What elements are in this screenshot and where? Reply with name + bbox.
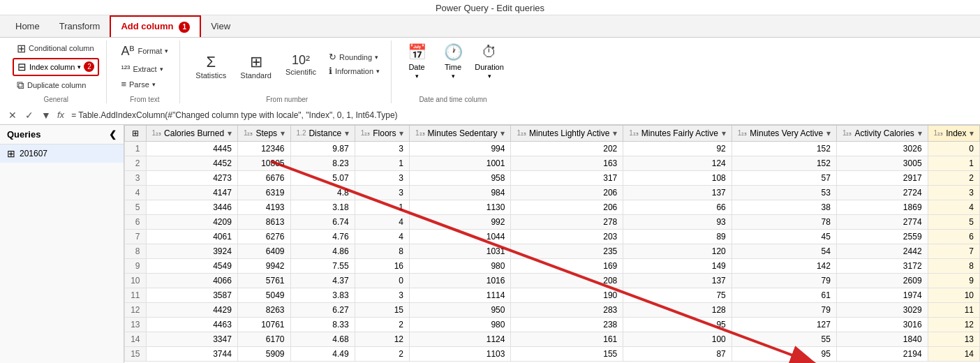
information-icon: ℹ: [329, 66, 332, 76]
sidebar-item-201607[interactable]: ⊞ 201607: [0, 145, 124, 163]
scientific-button[interactable]: 10² Scientific: [280, 50, 322, 79]
formula-expand-button[interactable]: ▼: [39, 108, 53, 122]
col-header-steps[interactable]: 1₂₃ Steps ▾: [237, 125, 290, 141]
cell-lightly: 206: [511, 200, 623, 214]
cell-index: 2: [928, 170, 979, 185]
filter-calories-icon[interactable]: ▾: [228, 128, 232, 138]
filter-lightly-icon[interactable]: ▾: [613, 128, 617, 138]
cell-calories: 4549: [146, 258, 237, 273]
col-header-floors[interactable]: 1₂₃ Floors ▾: [355, 125, 409, 141]
title-bar: Power Query - Edit queries: [0, 0, 980, 15]
tab-add-column[interactable]: Add column 1: [110, 15, 201, 37]
cell-fairly: 149: [623, 258, 732, 273]
filter-fairly-icon[interactable]: ▾: [722, 128, 726, 138]
col-header-lightly[interactable]: 1₂₃ Minutes Lightly Active ▾: [511, 125, 623, 141]
cell-sedentary: 1016: [410, 273, 511, 288]
information-button[interactable]: ℹ Information ▾: [325, 64, 384, 77]
data-area[interactable]: ⊞ 1₂₃ Calories Burned ▾ 1₂₃ Steps: [124, 125, 980, 363]
cell-distance: 9.87: [290, 141, 355, 156]
sidebar-title: Queries: [7, 129, 40, 140]
tab-view[interactable]: View: [201, 15, 240, 37]
filter-sedentary-icon[interactable]: ▾: [500, 128, 505, 138]
parse-button[interactable]: ≡ Parse ▾: [117, 77, 172, 91]
cell-calories: 4066: [146, 273, 237, 288]
cell-calories: 4463: [146, 317, 237, 332]
row-num-cell: 15: [125, 346, 147, 361]
cell-floors: 1: [355, 200, 409, 214]
time-button[interactable]: 🕐 Time ▾: [438, 43, 468, 80]
extract-button[interactable]: ¹²³ Extract ▾: [117, 62, 172, 75]
ribbon-tabs: Home Transform Add column 1 View: [0, 15, 980, 37]
standard-button[interactable]: ⊞ Standard: [235, 50, 277, 82]
cell-fairly: 66: [623, 200, 732, 214]
cell-very: 55: [732, 332, 836, 346]
cell-sedentary: 950: [410, 302, 511, 317]
col-header-fairly[interactable]: 1₂₃ Minutes Fairly Active ▾: [623, 125, 732, 141]
row-num-cell: 8: [125, 244, 147, 258]
row-num-header: ⊞: [125, 125, 147, 141]
formula-cancel-button[interactable]: ✕: [6, 108, 20, 122]
cell-distance: 7.55: [290, 258, 355, 273]
sidebar-item-icon: ⊞: [7, 148, 15, 159]
cell-very: 78: [732, 214, 836, 229]
statistics-button[interactable]: Σ Statistics: [190, 50, 232, 82]
table-row: 3 4273 6676 5.07 3 958 317 108 57 2917 2: [125, 170, 980, 185]
main-layout: Queries ❮ ⊞ 201607 ⊞ 1₂₃ Calories Burned: [0, 125, 980, 363]
datetime-items: 📅 Date ▾ 🕐 Time ▾ ⏱ Duration ▾: [401, 40, 505, 80]
filter-very-icon[interactable]: ▾: [826, 128, 831, 138]
col-header-sedentary[interactable]: 1₂₃ Minutes Sedentary ▾: [410, 125, 511, 141]
datetime-label: Date and time column: [419, 93, 487, 103]
col-header-activity-cal[interactable]: 1₂₃ Activity Calories ▾: [836, 125, 928, 141]
cell-steps: 8613: [237, 214, 290, 229]
cell-lightly: 317: [511, 170, 623, 185]
col-header-calories[interactable]: 1₂₃ Calories Burned ▾: [146, 125, 237, 141]
cell-index: 11: [928, 302, 979, 317]
date-icon: 📅: [408, 43, 426, 61]
filter-distance-icon[interactable]: ▾: [345, 128, 349, 138]
cell-calories: 3587: [146, 288, 237, 302]
cell-floors: 3: [355, 288, 409, 302]
col-header-distance[interactable]: 1.2 Distance ▾: [290, 125, 355, 141]
sidebar-item-label: 201607: [20, 149, 47, 158]
formula-input[interactable]: [71, 110, 974, 120]
sidebar-collapse-button[interactable]: ❮: [109, 129, 117, 140]
table-row: 6 4209 8613 6.74 4 992 278 93 78 2774 5: [125, 214, 980, 229]
cell-activity-cal: 2609: [836, 273, 928, 288]
table-row: 15 3744 5909 4.49 2 1103 155 87 95 2194 …: [125, 346, 980, 361]
cell-fairly: 128: [623, 302, 732, 317]
cell-distance: 4.68: [290, 332, 355, 346]
col-header-very[interactable]: 1₂₃ Minutes Very Active ▾: [732, 125, 836, 141]
filter-index-icon[interactable]: ▾: [970, 128, 974, 138]
duration-button[interactable]: ⏱ Duration ▾: [474, 43, 505, 80]
cell-index: 7: [928, 244, 979, 258]
table-row: 10 4066 5761 4.37 0 1016 208 137 79 2609…: [125, 273, 980, 288]
cell-floors: 4: [355, 229, 409, 244]
row-num-cell: 13: [125, 317, 147, 332]
col-header-index[interactable]: 1₂₃ Index ▾: [928, 125, 979, 141]
cell-calories: 3924: [146, 244, 237, 258]
cell-lightly: 169: [511, 258, 623, 273]
cell-sedentary: 958: [410, 170, 511, 185]
cell-fairly: 124: [623, 156, 732, 170]
cell-floors: 0: [355, 273, 409, 288]
filter-steps-icon[interactable]: ▾: [281, 128, 285, 138]
rounding-button[interactable]: ↻ Rounding ▾: [325, 50, 384, 64]
conditional-column-button[interactable]: ⊞ Conditional column: [13, 40, 99, 57]
date-button[interactable]: 📅 Date ▾: [401, 43, 432, 80]
cell-steps: 5909: [237, 346, 290, 361]
cell-calories: 4273: [146, 170, 237, 185]
filter-activity-cal-icon[interactable]: ▾: [918, 128, 922, 138]
format-button[interactable]: Aᴮ Format ▾: [117, 42, 172, 60]
cell-calories: 4147: [146, 185, 237, 200]
cell-distance: 4.37: [290, 273, 355, 288]
cell-distance: 4.49: [290, 346, 355, 361]
cell-very: 53: [732, 185, 836, 200]
conditional-column-icon: ⊞: [17, 42, 26, 55]
cell-floors: 3: [355, 170, 409, 185]
filter-floors-icon[interactable]: ▾: [399, 128, 403, 138]
index-column-button[interactable]: ⊟ Index column ▾ 2: [13, 58, 99, 76]
formula-confirm-button[interactable]: ✓: [22, 108, 36, 122]
duplicate-column-button[interactable]: ⧉ Duplicate column: [13, 77, 99, 93]
tab-transform[interactable]: Transform: [50, 15, 110, 37]
tab-home[interactable]: Home: [6, 15, 50, 37]
